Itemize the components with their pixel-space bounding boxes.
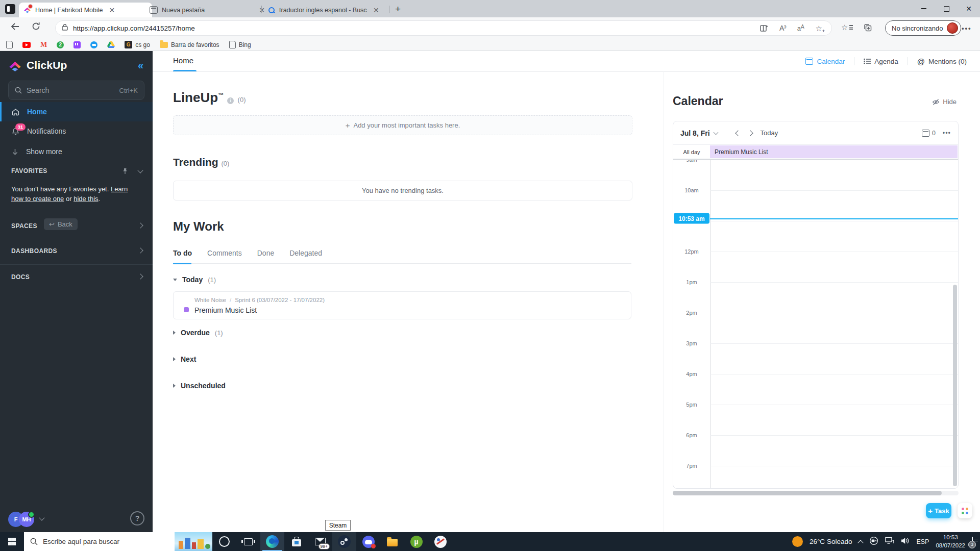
pin-icon[interactable]	[122, 167, 128, 177]
hour-row[interactable]: 9am	[673, 160, 958, 190]
hour-row[interactable]: 7pm	[673, 466, 958, 488]
spaces-back-button[interactable]: ↩ Back	[44, 218, 78, 230]
bookmark-folder-favoritos[interactable]: Barra de favoritos	[160, 41, 219, 48]
tab-close-icon[interactable]: ✕	[109, 6, 115, 14]
next-day-icon[interactable]	[747, 130, 753, 136]
back-icon[interactable]	[10, 22, 20, 33]
hour-row[interactable]: 12pm	[673, 252, 958, 282]
taskbar-cortana[interactable]	[212, 532, 236, 551]
hour-row[interactable]: 3pm	[673, 343, 958, 374]
hide-this-link[interactable]: hide this	[74, 195, 98, 203]
bookmark-gmail[interactable]: M	[40, 41, 47, 49]
calendar-vertical-scrollbar[interactable]	[953, 285, 957, 486]
read-aloud-icon[interactable]: A))	[779, 24, 786, 32]
all-day-event[interactable]: Premium Music List	[710, 145, 958, 158]
search-highlight-illustration[interactable]	[175, 532, 212, 551]
breadcrumb-sprint[interactable]: Sprint 6 (03/07/2022 - 17/07/2022)	[235, 297, 325, 303]
calendar-date-selector[interactable]: Jul 8, Fri	[680, 129, 718, 137]
profile-sync-button[interactable]: No sincronizando	[885, 20, 961, 36]
weather-widget[interactable]: 26°C Soleado	[810, 538, 852, 545]
hour-row[interactable]: 11am	[673, 221, 958, 252]
workspace-chevron-icon[interactable]	[39, 515, 44, 520]
calendar-time-grid[interactable]: 9am 10am 11am 12pm 1pm 2pm 3pm 4pm 5pm 6…	[673, 160, 958, 488]
maximize-button[interactable]	[935, 0, 958, 17]
bookmark-twitch[interactable]	[74, 41, 81, 48]
taskbar-utorrent[interactable]: µ	[404, 532, 428, 551]
translate-icon[interactable]: aA	[797, 24, 804, 32]
tab-close-icon[interactable]: ✕	[373, 6, 379, 14]
taskbar-file-explorer[interactable]	[380, 532, 404, 551]
hour-row[interactable]: 2pm	[673, 313, 958, 343]
lineup-add-task-box[interactable]: + Add your most important tasks here.	[173, 115, 632, 135]
network-icon[interactable]	[885, 537, 894, 546]
browser-tab-clickup[interactable]: Home | Fabrikod Mobile ✕	[19, 3, 152, 17]
favorites-chevron-icon[interactable]	[137, 167, 143, 173]
sidebar-item-show-more[interactable]: Show more	[0, 142, 153, 161]
info-icon[interactable]: i	[227, 97, 234, 104]
clickup-apps-button[interactable]	[958, 503, 972, 518]
sidebar-search-input[interactable]: Search Ctrl+K	[8, 81, 144, 100]
hour-row[interactable]: 5pm	[673, 405, 958, 435]
add-task-button[interactable]: + Task	[926, 503, 951, 518]
browser-tab-newtab[interactable]: Nueva pestaña ✕	[145, 3, 270, 17]
hour-row[interactable]: 10am	[673, 190, 958, 221]
add-favorite-icon[interactable]: ☆	[816, 24, 822, 32]
dashboards-header[interactable]: DASHBOARDS	[11, 247, 57, 255]
breadcrumb-list[interactable]: White Noise	[194, 297, 226, 303]
hour-row[interactable]: 6pm	[673, 435, 958, 466]
section-today[interactable]: Today(1)	[173, 276, 216, 284]
tab-todo[interactable]: To do	[173, 249, 192, 263]
action-center-button[interactable]: 3	[972, 537, 973, 546]
spaces-header[interactable]: SPACES	[11, 222, 37, 230]
dashboards-chevron-icon[interactable]	[137, 247, 143, 253]
taskbar-search-input[interactable]: Escribe aquí para buscar	[24, 532, 212, 551]
help-button[interactable]: ?	[130, 511, 144, 525]
bookmark-csgo[interactable]: G cs go	[125, 41, 150, 48]
avatar-mh[interactable]: MH	[19, 512, 34, 527]
bookmark-drive[interactable]	[107, 41, 115, 48]
language-indicator[interactable]: ESP	[916, 538, 929, 545]
taskbar-app[interactable]	[428, 532, 452, 551]
taskbar-store[interactable]	[284, 532, 308, 551]
tab-home[interactable]: Home	[173, 56, 193, 65]
calendar-hide-button[interactable]: Hide	[932, 98, 957, 106]
tab-done[interactable]: Done	[257, 249, 274, 263]
hour-row[interactable]: 4pm	[673, 374, 958, 405]
meet-now-icon[interactable]	[869, 536, 878, 547]
collections-icon[interactable]	[864, 23, 872, 34]
split-screen-icon[interactable]	[760, 24, 768, 32]
minimize-button[interactable]	[913, 0, 935, 17]
url-text[interactable]: https://app.clickup.com/24415257/home	[73, 24, 749, 32]
section-next[interactable]: Next	[173, 355, 196, 363]
bookmark-twitter[interactable]	[90, 41, 97, 48]
prev-day-icon[interactable]	[735, 130, 741, 136]
calendar-menu-icon[interactable]: •••	[943, 130, 951, 137]
close-button[interactable]: ✕	[958, 0, 980, 17]
bookmark-page[interactable]	[6, 41, 13, 48]
view-agenda-button[interactable]: Agenda	[864, 58, 898, 65]
calendar-count-button[interactable]: 0	[922, 130, 936, 137]
clock[interactable]: 10:53 08/07/2022	[936, 534, 965, 549]
favorites-header[interactable]: FAVORITES	[11, 167, 47, 174]
bookmark-bing[interactable]: Bing	[229, 41, 251, 48]
address-bar[interactable]: https://app.clickup.com/24415257/home A)…	[55, 20, 832, 36]
sidebar-item-home[interactable]: Home	[0, 102, 153, 121]
clickup-brand[interactable]: ClickUp	[8, 58, 67, 72]
browser-tab-search[interactable]: traductor ingles espanol - Buscar ✕	[263, 3, 396, 17]
start-button[interactable]	[0, 532, 24, 551]
tray-expand-icon[interactable]	[858, 540, 864, 545]
today-button[interactable]: Today	[761, 129, 778, 137]
task-title[interactable]: Premium Music List	[194, 306, 257, 314]
tab-comments[interactable]: Comments	[207, 249, 242, 263]
vertical-tabs-button[interactable]	[5, 4, 15, 14]
taskbar-task-view[interactable]	[236, 532, 260, 551]
refresh-icon[interactable]	[32, 22, 40, 33]
view-calendar-button[interactable]: Calendar	[805, 58, 845, 65]
bookmark-youtube[interactable]	[22, 42, 31, 48]
section-overdue[interactable]: Overdue(1)	[173, 329, 223, 337]
task-row-premium-music-list[interactable]: White Noise / Sprint 6 (03/07/2022 - 17/…	[173, 291, 631, 319]
taskbar-edge[interactable]	[260, 532, 284, 551]
sidebar-collapse-icon[interactable]: «	[138, 60, 143, 70]
favorites-bar-icon[interactable]: ☆	[841, 23, 853, 31]
bookmark-green[interactable]: 2	[57, 41, 64, 48]
